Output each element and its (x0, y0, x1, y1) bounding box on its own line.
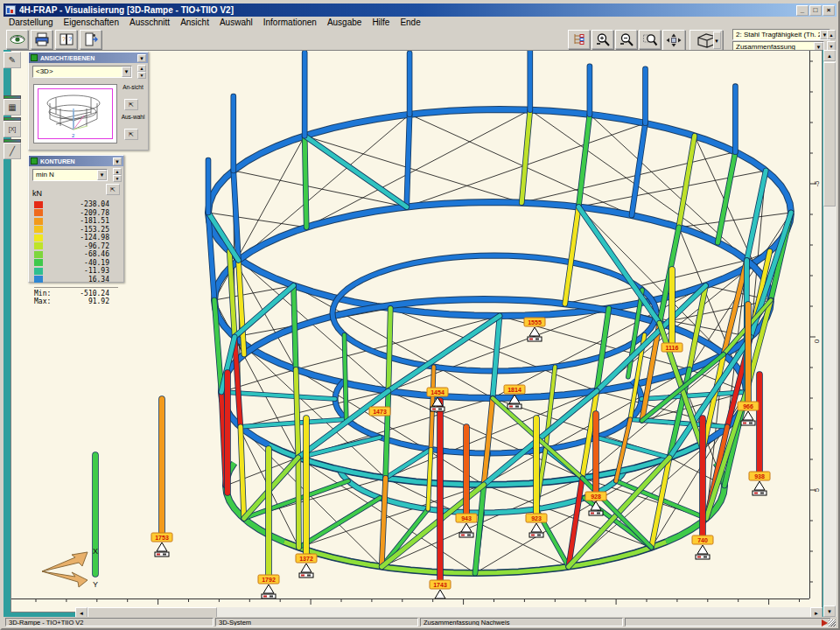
panel-close-icon[interactable]: ▼ (137, 54, 146, 62)
book-icon: ?? (59, 32, 74, 46)
exit-button[interactable] (80, 30, 102, 49)
view-eye-button[interactable] (6, 30, 28, 49)
panel-close-icon[interactable]: ▼ (113, 158, 122, 165)
menu-ausgabe[interactable]: Ausgabe (322, 17, 367, 28)
svg-text:938: 938 (754, 473, 765, 480)
svg-text:1372: 1372 (299, 556, 313, 562)
panel-icon (31, 54, 38, 61)
ansicht-label: An-sicht (120, 84, 146, 90)
member-tag: 1454 (427, 388, 448, 396)
menu-ausschnitt[interactable]: Ausschnitt (124, 17, 175, 28)
max-label: Max: (34, 298, 51, 305)
vertical-ruler: -505 (809, 51, 823, 598)
client-area: 1753137217921743943923928740938966111615… (4, 50, 836, 620)
member-tag: 943 (456, 514, 477, 522)
exit-door-icon (83, 32, 99, 46)
view-3d-button[interactable]: ▼ (690, 30, 723, 51)
eye-icon (10, 32, 25, 46)
member-tag: 966 (738, 402, 759, 410)
result-spinner[interactable]: ▲ ▼ (827, 30, 836, 51)
vertical-scrollbar[interactable]: ▲ ▼ (823, 50, 836, 617)
draw-tool-button[interactable]: ✎ (4, 52, 21, 68)
unit-label: kN (32, 189, 42, 198)
axis-y-label: Y (93, 580, 98, 589)
numbering-palette-button[interactable]: [X] (4, 121, 21, 137)
konturen-panel: KONTUREN ▼ min N ▼ ▲▼ kN ⇱ -238.04-209.7… (28, 155, 124, 283)
member-palette-button[interactable]: ╱ (4, 143, 21, 159)
zoom-out-button[interactable] (615, 30, 637, 49)
spinner-up-icon[interactable]: ▲ (827, 30, 836, 39)
menu-darstellung[interactable]: Darstellung (4, 17, 59, 28)
menu-ende[interactable]: Ende (395, 17, 425, 28)
chevron-down-icon[interactable]: ▼ (122, 66, 131, 77)
resize-grip[interactable] (829, 620, 836, 626)
menu-auswahl[interactable]: Auswahl (214, 17, 258, 28)
legend-row: -40.19 (34, 259, 118, 268)
menu-hilfe[interactable]: Hilfe (367, 17, 395, 28)
view-select-dropdown[interactable]: <3D> ▼ (32, 66, 132, 78)
vertical-scroll-thumb[interactable] (823, 62, 836, 206)
manual-button[interactable]: ?? (55, 30, 77, 49)
close-button[interactable]: × (822, 5, 835, 16)
panel-title-bar[interactable]: KONTUREN ▼ (29, 156, 123, 166)
auswahl-label: Aus-wahl (120, 114, 146, 120)
zoom-out-icon (619, 32, 634, 46)
title-bar: 4H-FRAP - Visualisierung [3D-Rampe - TIO… (4, 4, 836, 17)
mesh-palette-button[interactable]: ▦ (4, 99, 21, 116)
svg-text:5: 5 (813, 487, 821, 492)
axes-indicator: X Y (33, 545, 112, 593)
toolbar: ?? ▼ 2: Stahl Tragfähigkeit (Th. 2. O ▼ (4, 28, 836, 50)
scroll-down-icon[interactable]: ▼ (823, 606, 836, 617)
status-field-4 (625, 618, 831, 626)
legend-row: 16.34 (34, 276, 118, 284)
menu-informationen[interactable]: Informationen (258, 17, 322, 28)
auswahl-apply-button[interactable]: ⇱ (124, 129, 138, 140)
element-tree-button[interactable] (568, 30, 590, 49)
printer-icon (34, 32, 50, 46)
menu-ansicht[interactable]: Ansicht (175, 17, 214, 28)
menu-eigenschaften[interactable]: Eigenschaften (59, 17, 124, 28)
svg-text:943: 943 (461, 515, 472, 522)
status-bar: 3D-Rampe - TIO+TIIO V23D-SystemZusammenf… (4, 617, 836, 626)
svg-text:0: 0 (813, 339, 821, 343)
panel-title-bar[interactable]: ANSICHT/EBENEN ▼ (29, 52, 148, 63)
svg-text:1473: 1473 (373, 409, 387, 415)
status-field-2: 3D-System (215, 618, 418, 626)
member-tag: 1116 (662, 343, 682, 352)
zoom-in-button[interactable] (592, 30, 613, 49)
view-spinner[interactable]: ▲▼ (137, 65, 146, 79)
menu-bar: DarstellungEigenschaftenAusschnittAnsich… (4, 17, 836, 28)
window-title: 4H-FRAP - Visualisierung [3D-Rampe - TIO… (19, 5, 795, 15)
chevron-down-icon[interactable]: ▼ (97, 170, 107, 180)
scroll-up-icon[interactable]: ▲ (823, 50, 836, 61)
zoom-window-button[interactable] (639, 30, 661, 49)
legend-row: -11.93 (34, 267, 118, 276)
view-thumbnail[interactable]: 2 (33, 84, 117, 144)
member-tag: 928 (585, 492, 606, 500)
minimize-button[interactable]: _ (796, 5, 808, 16)
print-button[interactable] (31, 30, 52, 49)
loadcase-dropdown[interactable]: 2: Stahl Tragfähigkeit (Th. 2. O ▼ (732, 29, 830, 40)
svg-text:923: 923 (531, 515, 542, 522)
zoom-window-icon (642, 32, 658, 46)
member-tag: 1792 (258, 575, 279, 584)
member-tag: 938 (749, 472, 770, 480)
member-tag: 1743 (430, 580, 451, 589)
legend-row: -209.78 (34, 209, 118, 218)
quantity-dropdown[interactable]: min N ▼ (32, 169, 108, 181)
maximize-button[interactable]: □ (809, 5, 822, 16)
zoom-in-icon (595, 32, 611, 46)
pan-button[interactable] (662, 30, 685, 51)
svg-text:-5: -5 (813, 180, 821, 187)
unit-apply-button[interactable]: ⇱ (106, 184, 120, 195)
panel-icon (31, 158, 38, 164)
legend-row: -96.72 (34, 242, 118, 251)
ansicht-apply-button[interactable]: ⇱ (124, 99, 138, 110)
axis-x-label: X (93, 547, 98, 556)
quantity-spinner[interactable]: ▲▼ (113, 168, 122, 182)
legend-row: -124.98 (34, 234, 118, 242)
legend-row: -238.04 (34, 200, 118, 209)
member-tag: 1753 (151, 533, 172, 542)
view-3d-dropdown-arrow[interactable]: ▼ (713, 32, 721, 49)
ansicht-ebenen-panel: ANSICHT/EBENEN ▼ <3D> ▼ ▲▼ (28, 52, 149, 150)
